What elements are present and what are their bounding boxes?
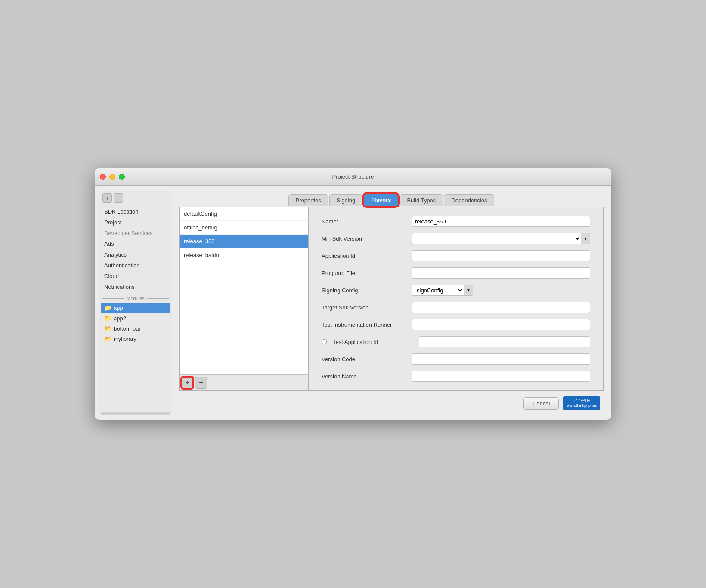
form-row-version-name: Version Name <box>322 371 590 382</box>
modules-list: 📁 app 📁 app2 📂 bottom-bar 📂 mylibrary <box>99 303 172 344</box>
bottom-bar: Cancel ThinkPHP www.thinkphp.biz <box>176 391 607 415</box>
tab-flavors[interactable]: Flavors <box>363 193 399 207</box>
module-label-bottom-bar: bottom-bar <box>114 325 141 332</box>
flavor-add-button[interactable]: + <box>181 377 193 389</box>
signing-config-label: Signing Config <box>322 287 408 294</box>
sidebar-item-authentication[interactable]: Authentication <box>101 260 170 271</box>
flavor-item-defaultConfig[interactable]: defaultConfig <box>180 207 308 221</box>
version-code-label: Version Code <box>322 356 408 362</box>
sidebar-item-analytics[interactable]: Analytics <box>101 249 170 260</box>
sidebar-scrollbar[interactable] <box>101 412 170 415</box>
test-app-id-radio[interactable] <box>322 339 327 344</box>
flavor-item-offline_debug[interactable]: offline_debug <box>180 221 308 235</box>
test-app-id-input[interactable] <box>419 336 590 347</box>
sidebar-item-project[interactable]: Project <box>101 217 170 228</box>
app-id-label: Application Id <box>322 253 408 259</box>
maximize-button[interactable] <box>119 174 125 180</box>
tab-build-types[interactable]: Build Types <box>399 194 443 206</box>
close-button[interactable] <box>100 174 106 180</box>
sidebar-item-ads[interactable]: Ads <box>101 238 170 249</box>
module-item-bottom-bar[interactable]: 📂 bottom-bar <box>101 323 170 334</box>
flavor-list-panel: defaultConfig offline_debug release_360 … <box>180 207 309 390</box>
proguard-label: Proguard File <box>322 270 408 276</box>
main-content: + − SDK Location Project Developer Servi… <box>95 186 611 419</box>
module-label-app: app <box>114 305 123 311</box>
tab-dependencies[interactable]: Dependencies <box>444 194 494 206</box>
test-runner-label: Test Instrumentation Runner <box>322 322 408 328</box>
signing-config-select-container: signConfig ▼ <box>412 285 473 296</box>
version-name-label: Version Name <box>322 373 408 380</box>
traffic-lights <box>100 174 125 180</box>
sidebar-item-sdk-location[interactable]: SDK Location <box>101 206 170 217</box>
module-item-mylibrary[interactable]: 📂 mylibrary <box>101 334 170 344</box>
sidebar: + − SDK Location Project Developer Servi… <box>99 190 172 415</box>
form-row-min-sdk: Min Sdk Version ▼ <box>322 233 590 244</box>
version-name-input[interactable] <box>412 371 590 382</box>
logo-text: ThinkPHP <box>573 398 591 403</box>
form-row-signing-config: Signing Config signConfig ▼ <box>322 285 590 296</box>
sidebar-add-button[interactable]: + <box>102 193 112 203</box>
test-runner-input[interactable] <box>412 319 590 330</box>
module-item-app[interactable]: 📁 app <box>101 303 170 313</box>
logo-url: www.thinkphp.biz <box>567 403 597 409</box>
cancel-button[interactable]: Cancel <box>523 397 559 410</box>
sidebar-items: SDK Location Project Developer Services … <box>99 206 172 292</box>
form-row-target-sdk: Target Sdk Version <box>322 302 590 313</box>
form-row-proguard: Proguard File <box>322 267 590 279</box>
min-sdk-select[interactable] <box>412 233 581 244</box>
titlebar: Project Structure <box>95 168 611 186</box>
form-row-test-app-id: Test Application Id <box>322 336 590 347</box>
module-label-app2: app2 <box>114 315 126 322</box>
sidebar-top-buttons: + − <box>99 190 172 206</box>
tab-signing[interactable]: Signing <box>329 194 362 206</box>
folder-icon-app2: 📁 <box>104 315 111 322</box>
tabs-bar: Properties Signing Flavors Build Types D… <box>176 190 607 207</box>
app-id-input[interactable] <box>412 250 590 261</box>
content-area: defaultConfig offline_debug release_360 … <box>179 207 604 391</box>
flavor-item-release_360[interactable]: release_360 <box>180 235 308 248</box>
version-code-input[interactable] <box>412 353 590 365</box>
flavor-item-release_baidu[interactable]: release_baidu <box>180 248 308 262</box>
target-sdk-label: Target Sdk Version <box>322 304 408 311</box>
form-row-name: Name: <box>322 216 590 227</box>
modules-divider: Modules <box>99 292 172 303</box>
form-row-app-id: Application Id <box>322 250 590 261</box>
flavor-list: defaultConfig offline_debug release_360 … <box>180 207 308 291</box>
name-input[interactable] <box>412 216 590 227</box>
test-app-id-label: Test Application Id <box>333 339 415 345</box>
min-sdk-select-container: ▼ <box>412 233 590 244</box>
form-row-test-runner: Test Instrumentation Runner <box>322 319 590 330</box>
window-title: Project Structure <box>332 173 374 180</box>
signing-config-dropdown-arrow[interactable]: ▼ <box>464 285 473 296</box>
form-row-version-code: Version Code <box>322 353 590 365</box>
folder-icon-bottom-bar: 📂 <box>104 325 111 332</box>
signing-config-select[interactable]: signConfig <box>412 285 464 296</box>
sidebar-item-developer-services[interactable]: Developer Services <box>101 228 170 238</box>
sidebar-remove-button[interactable]: − <box>114 193 123 203</box>
tab-properties[interactable]: Properties <box>288 194 328 206</box>
folder-icon-app: 📁 <box>104 304 111 311</box>
form-panel: Name: Min Sdk Version ▼ <box>309 207 603 390</box>
min-sdk-dropdown-arrow[interactable]: ▼ <box>581 233 590 244</box>
flavor-list-footer: + − <box>180 374 308 390</box>
min-sdk-label: Min Sdk Version <box>322 235 408 242</box>
flavor-remove-button[interactable]: − <box>195 377 207 389</box>
folder-icon-mylibrary: 📂 <box>104 335 111 342</box>
module-item-app2[interactable]: 📁 app2 <box>101 313 170 323</box>
thinkphp-logo: ThinkPHP www.thinkphp.biz <box>563 396 600 410</box>
sidebar-item-cloud[interactable]: Cloud <box>101 271 170 282</box>
right-panel: Properties Signing Flavors Build Types D… <box>176 190 607 415</box>
module-label-mylibrary: mylibrary <box>114 336 136 342</box>
main-window: Project Structure + − SDK Location Proje… <box>95 168 611 419</box>
name-label: Name: <box>322 218 408 225</box>
minimize-button[interactable] <box>109 174 115 180</box>
proguard-input[interactable] <box>412 267 590 279</box>
sidebar-item-notifications[interactable]: Notifications <box>101 282 170 292</box>
target-sdk-input[interactable] <box>412 302 590 313</box>
